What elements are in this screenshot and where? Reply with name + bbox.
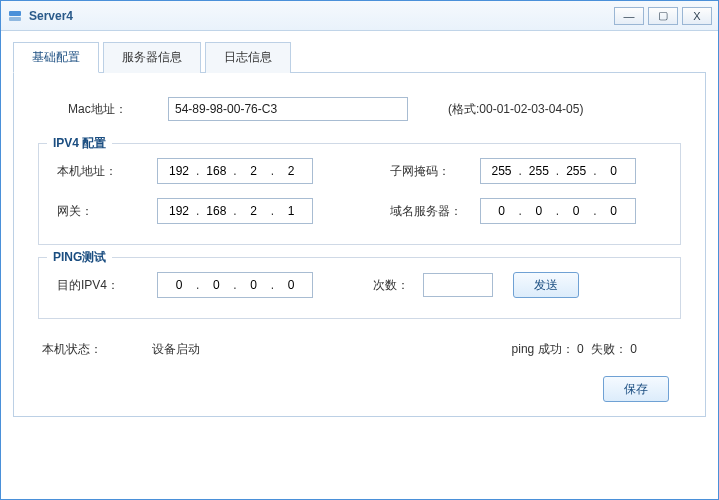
mac-hint: (格式:00-01-02-03-04-05) <box>448 101 583 118</box>
close-button[interactable]: X <box>682 7 712 25</box>
window-controls: — ▢ X <box>610 7 712 25</box>
mac-row: Mac地址： (格式:00-01-02-03-04-05) <box>38 97 681 121</box>
footer: 保存 <box>38 376 681 402</box>
subnet-mask-input[interactable]: . . . <box>480 158 636 184</box>
ip-octet[interactable] <box>164 204 194 218</box>
ip-octet[interactable] <box>561 204 591 218</box>
ping-fieldset: PING测试 目的IPV4： . . . 次数： 发送 <box>38 257 681 319</box>
ip-octet[interactable] <box>487 164 517 178</box>
ping-target-label: 目的IPV4： <box>57 277 157 294</box>
host-status-value: 设备启动 <box>152 341 200 358</box>
maximize-button[interactable]: ▢ <box>648 7 678 25</box>
subnet-mask-label: 子网掩码： <box>390 163 480 180</box>
ip-octet[interactable] <box>561 164 591 178</box>
ipv4-fieldset: IPV4 配置 本机地址： . . . <box>38 143 681 245</box>
ip-octet[interactable] <box>201 278 231 292</box>
ip-octet[interactable] <box>599 204 629 218</box>
mac-input[interactable] <box>168 97 408 121</box>
send-button[interactable]: 发送 <box>513 272 579 298</box>
ip-octet[interactable] <box>239 278 269 292</box>
status-row: 本机状态： 设备启动 ping 成功： 0 失败： 0 <box>38 341 681 358</box>
ping-target-input[interactable]: . . . <box>157 272 313 298</box>
app-window: Server4 — ▢ X 基础配置 服务器信息 日志信息 Mac地址： (格式… <box>0 0 719 500</box>
ip-octet[interactable] <box>201 204 231 218</box>
ip-octet[interactable] <box>239 204 269 218</box>
tab-server-info[interactable]: 服务器信息 <box>103 42 201 73</box>
host-status-label: 本机状态： <box>42 341 102 358</box>
tab-basic-config[interactable]: 基础配置 <box>13 42 99 73</box>
tab-log-info[interactable]: 日志信息 <box>205 42 291 73</box>
ip-octet[interactable] <box>164 278 194 292</box>
ip-octet[interactable] <box>164 164 194 178</box>
tab-panel: Mac地址： (格式:00-01-02-03-04-05) IPV4 配置 本机… <box>13 73 706 417</box>
save-button[interactable]: 保存 <box>603 376 669 402</box>
mac-label: Mac地址： <box>68 101 168 118</box>
host-addr-label: 本机地址： <box>57 163 157 180</box>
ipv4-legend: IPV4 配置 <box>47 135 112 152</box>
ip-octet[interactable] <box>276 278 306 292</box>
titlebar: Server4 — ▢ X <box>1 1 718 31</box>
ping-result: ping 成功： 0 失败： 0 <box>512 341 637 358</box>
ip-octet[interactable] <box>201 164 231 178</box>
dns-label: 域名服务器： <box>390 203 480 220</box>
ip-octet[interactable] <box>239 164 269 178</box>
window-title: Server4 <box>29 9 610 23</box>
ping-legend: PING测试 <box>47 249 112 266</box>
client-area: 基础配置 服务器信息 日志信息 Mac地址： (格式:00-01-02-03-0… <box>1 31 718 499</box>
ip-octet[interactable] <box>524 204 554 218</box>
ip-octet[interactable] <box>487 204 517 218</box>
dns-input[interactable]: . . . <box>480 198 636 224</box>
ping-count-label: 次数： <box>373 277 423 294</box>
svg-rect-1 <box>9 17 21 21</box>
host-addr-input[interactable]: . . . <box>157 158 313 184</box>
app-icon <box>7 8 23 24</box>
svg-rect-0 <box>9 11 21 16</box>
ip-octet[interactable] <box>276 204 306 218</box>
minimize-button[interactable]: — <box>614 7 644 25</box>
gateway-input[interactable]: . . . <box>157 198 313 224</box>
ip-octet[interactable] <box>276 164 306 178</box>
tabstrip: 基础配置 服务器信息 日志信息 <box>13 41 706 73</box>
gateway-label: 网关： <box>57 203 157 220</box>
ip-octet[interactable] <box>599 164 629 178</box>
ip-octet[interactable] <box>524 164 554 178</box>
ping-count-input[interactable] <box>423 273 493 297</box>
